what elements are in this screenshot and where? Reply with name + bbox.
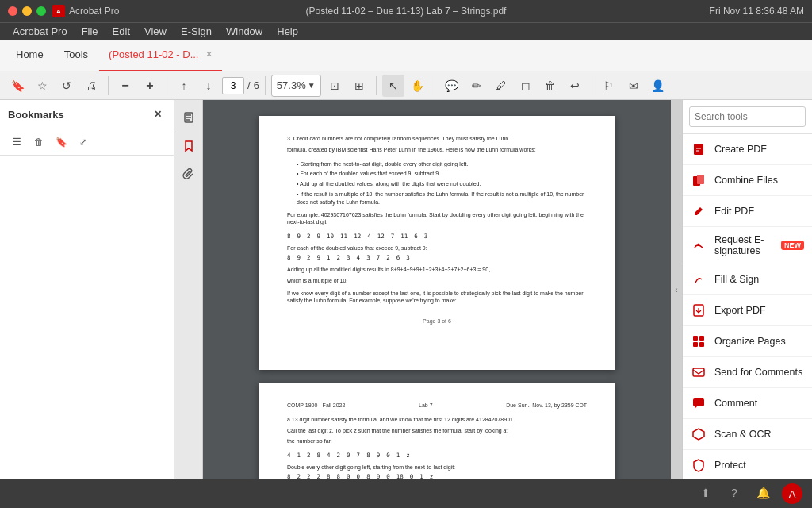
svg-rect-4 [694,144,703,155]
search-tools-input[interactable] [689,106,806,127]
bookmarks-header: Bookmarks ✕ [0,100,174,129]
combine-files-icon [691,172,707,188]
separator-3 [265,76,266,95]
pdf-example-intro: For example, 4029307167623 satisfies the… [287,211,587,227]
extra-tool-2[interactable]: ✉ [622,75,645,97]
tab-document[interactable]: (Posted 11-02 - D... ✕ [99,40,221,71]
zoom-in-button[interactable]: + [139,75,161,97]
bookmarks-expand-button[interactable]: ⤢ [73,133,94,152]
export-pdf-icon [691,302,707,318]
pdf-sum-line-2: which is a multiple of 10. [287,277,587,285]
extra-tool-3[interactable]: 👤 [647,75,669,97]
zoom-out-button[interactable]: − [114,75,136,97]
notification-icon[interactable]: 🔔 [753,483,772,502]
comment-icon [691,395,707,411]
hand-tool-button[interactable]: ✋ [407,75,429,97]
menu-acrobat[interactable]: Acrobat Pro [6,24,74,39]
star-button[interactable]: ☆ [31,75,53,97]
bookmarks-delete-button[interactable]: 🗑 [29,133,49,152]
pdf-page4-header: COMP 1800 - Fall 2022 Lab 7 Due Sun., No… [287,402,587,410]
pdf-bullet-2: • For each of the doubled values that ex… [287,170,587,178]
bookmark-icon[interactable] [178,135,200,157]
pdf-bullet-4: • If the result is a multiple of 10, the… [287,190,587,206]
tab-close-button[interactable]: ✕ [205,49,213,60]
fill-sign-item[interactable]: Fill & Sign [683,264,812,295]
svg-rect-13 [693,398,704,406]
tab-tools[interactable]: Tools [55,40,98,71]
send-for-comments-item[interactable]: Send for Comments [683,357,812,388]
minimize-button[interactable] [22,6,32,16]
pdf-p4-code-2: 822288008001801z [287,473,587,479]
help-icon[interactable]: ? [725,483,744,502]
pdf-viewer[interactable]: 3. Credit card numbers are not completel… [203,100,671,479]
delete-button[interactable]: 🗑 [539,75,561,97]
menu-help[interactable]: Help [270,24,304,39]
extra-tool-1[interactable]: ⚐ [598,75,620,97]
tool-row: 🔖 ☆ ↺ 🖨 − + ↑ ↓ / 6 57.3% ▼ ⊡ ⊞ ↖ ✋ 💬 ✏ … [0,71,812,100]
organize-pages-item[interactable]: Organize Pages [683,326,812,357]
collapse-handle[interactable]: ‹ [671,100,682,479]
page-down-button[interactable]: ↓ [197,75,220,97]
export-pdf-label: Export PDF [714,305,766,316]
menu-esign[interactable]: E-Sign [174,24,218,39]
organize-pages-label: Organize Pages [714,336,786,347]
menubar: Acrobat Pro File Edit View E-Sign Window… [0,22,812,40]
menu-edit[interactable]: Edit [106,24,136,39]
pdf-bullet-3: • Add up all the doubled values, along w… [287,180,587,188]
fit-page-button[interactable]: ⊡ [324,75,346,97]
right-panel: Create PDF Combine Files Edit PDF Reques… [682,100,812,479]
pdf-header-center: Lab 7 [419,402,433,410]
tab-home[interactable]: Home [6,40,53,71]
protect-item[interactable]: Protect [683,450,812,479]
bookmarks-panel: Bookmarks ✕ ☰ 🗑 🔖 ⤢ [0,100,174,479]
edit-pdf-icon [691,203,707,219]
attachment-icon[interactable] [178,164,200,186]
scan-ocr-item[interactable]: Scan & OCR [683,419,812,450]
separator-5 [435,76,435,95]
undo-button[interactable]: ↩ [564,75,586,97]
app-label: A Acrobat Pro [52,5,119,17]
bookmarks-close-button[interactable]: ✕ [150,106,166,122]
stamp-button[interactable]: ◻ [515,75,537,97]
share-icon[interactable]: ⬆ [696,483,715,502]
pdf-p4-code-1: 412842078901z [287,452,587,460]
fullscreen-button[interactable] [36,6,46,16]
bookmarks-add-button[interactable]: 🔖 [51,133,71,152]
menu-file[interactable]: File [75,24,105,39]
create-pdf-item[interactable]: Create PDF [683,134,812,165]
comment-item[interactable]: Comment [683,388,812,419]
request-esignatures-item[interactable]: Request E-signatures NEW [683,227,812,264]
separator-2 [167,76,167,95]
highlight-button[interactable]: 🖊 [490,75,512,97]
edit-pdf-item[interactable]: Edit PDF [683,196,812,227]
account-icon[interactable]: A [782,483,802,504]
page-number-input[interactable] [222,77,244,94]
menu-view[interactable]: View [138,24,173,39]
separator-4 [376,76,377,95]
zoom-level-selector[interactable]: 57.3% ▼ [271,75,321,97]
menu-window[interactable]: Window [220,24,269,39]
pages-icon[interactable] [178,106,200,129]
fill-sign-icon [691,271,707,287]
combine-files-item[interactable]: Combine Files [683,165,812,196]
cursor-tool-button[interactable]: ↖ [382,75,404,97]
export-pdf-item[interactable]: Export PDF [683,295,812,326]
bookmarks-list-button[interactable]: ☰ [6,133,27,152]
print-button[interactable]: 🖨 [80,75,102,97]
tab-tools-label: Tools [64,48,88,60]
page-up-button[interactable]: ↑ [173,75,195,97]
search-tools-container [683,100,812,134]
bookmark-tool-button[interactable]: 🔖 [6,75,29,97]
send-for-comments-label: Send for Comments [714,367,802,378]
spread-button[interactable]: ⊞ [348,75,370,97]
comment-button[interactable]: 💬 [441,75,463,97]
rotate-button[interactable]: ↺ [56,75,78,97]
pen-button[interactable]: ✏ [465,75,488,97]
left-icon-panel [174,100,203,479]
total-pages: 6 [254,79,259,91]
create-pdf-label: Create PDF [714,144,767,155]
titlebar: A Acrobat Pro (Posted 11-02 – Due 11-13)… [0,0,812,22]
close-button[interactable] [8,6,17,16]
bookmarks-toolbar: ☰ 🗑 🔖 ⤢ [0,129,174,156]
create-pdf-icon [691,141,707,157]
